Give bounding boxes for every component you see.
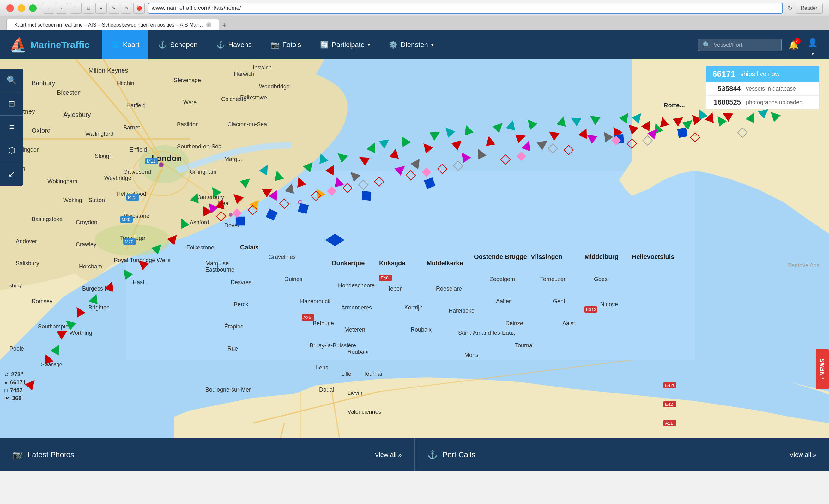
search-input[interactable]: [714, 42, 777, 48]
port-calls-label: ⚓ Port Calls: [427, 450, 475, 460]
svg-text:Ieper: Ieper: [389, 285, 402, 292]
svg-text:Hast...: Hast...: [133, 279, 149, 285]
svg-text:Vlissingen: Vlissingen: [531, 253, 562, 260]
logo-text: MarineTraffic: [31, 39, 90, 50]
forward-button[interactable]: ›: [56, 3, 67, 13]
svg-text:Terneuzen: Terneuzen: [540, 276, 567, 282]
maximize-button[interactable]: [29, 4, 37, 12]
expand-tool-button[interactable]: ⤢: [0, 162, 23, 186]
title-bar: ‹ › ↑ □ ✦ ✎ ↺ 🔴 ↻ Reader: [0, 0, 829, 16]
svg-text:Brighton: Brighton: [88, 304, 110, 311]
svg-text:Koksijde: Koksijde: [379, 260, 405, 267]
nav-participate[interactable]: 🔄 Participate ▾: [311, 30, 379, 60]
bottom-bar: 📷 Latest Photos View all » ⚓ Port Calls …: [0, 438, 829, 471]
latest-photos-text: Latest Photos: [28, 450, 74, 459]
vessels-label: vessels in database: [746, 86, 796, 92]
svg-text:Gillingham: Gillingham: [189, 169, 216, 175]
tab-close-button[interactable]: ×: [206, 23, 211, 28]
stats-live-row: 66171 ships live now: [706, 66, 819, 82]
nav-schepen-label: Schepen: [170, 41, 197, 49]
anchor-icon: ⚓: [216, 41, 225, 49]
user-icon: 👤: [807, 38, 818, 47]
search-box[interactable]: 🔍: [698, 39, 782, 51]
page-refresh-button[interactable]: ↻: [785, 3, 795, 13]
svg-text:Roeselare: Roeselare: [436, 285, 462, 292]
notification-button[interactable]: 🔔 4: [787, 38, 800, 52]
svg-text:Banbury: Banbury: [32, 80, 55, 86]
latest-photos-section: 📷 Latest Photos View all »: [0, 438, 415, 471]
anchor-bottom-icon: ⚓: [427, 450, 438, 460]
svg-text:E42: E42: [665, 402, 673, 407]
map-container[interactable]: London Banbury Milton Keynes Witney Oxfo…: [0, 60, 829, 471]
star-icon[interactable]: ✦: [96, 3, 107, 13]
nav-right: 🔍 🔔 4 👤 ▾: [698, 38, 820, 52]
count2-value: 7452: [10, 387, 23, 394]
svg-text:Crawley: Crawley: [76, 241, 96, 247]
bookmark-icon[interactable]: □: [83, 3, 94, 13]
nav-diensten[interactable]: ⚙️ Diensten ▾: [380, 30, 442, 60]
nav-havens[interactable]: ⚓ Havens: [208, 30, 261, 60]
nav-items: 🌐 Kaart ⚓ Schepen ⚓ Havens 📷 Foto's 🔄 Pa…: [102, 30, 698, 60]
network-tool-button[interactable]: ⬡: [0, 139, 23, 162]
share-icon[interactable]: ↑: [70, 3, 81, 13]
main-navigation: ⛵ MarineTraffic 🌐 Kaart ⚓ Schepen ⚓ Have…: [0, 30, 829, 60]
svg-text:Andover: Andover: [16, 238, 37, 244]
bug-icon[interactable]: 🔴: [133, 3, 145, 13]
svg-text:Meteren: Meteren: [345, 326, 365, 333]
svg-text:Ipswich: Ipswich: [253, 65, 272, 71]
reload-icon[interactable]: ↺: [121, 3, 132, 13]
svg-text:Southend-on-Sea: Southend-on-Sea: [177, 143, 222, 150]
svg-text:Worthing: Worthing: [70, 330, 92, 336]
svg-text:Étaples: Étaples: [224, 323, 243, 330]
logo-icon: ⛵: [9, 37, 27, 53]
remove-ads-link[interactable]: Remove Ads: [787, 262, 820, 269]
svg-text:M26: M26: [122, 217, 130, 222]
close-button[interactable]: [6, 4, 14, 12]
eye-icon: 👁: [4, 396, 9, 401]
svg-text:Hazebrouck: Hazebrouck: [300, 298, 331, 304]
svg-text:Southampton: Southampton: [38, 323, 72, 330]
reader-button[interactable]: Reader: [795, 3, 823, 13]
camera-bottom-icon: 📷: [13, 450, 23, 460]
svg-text:Calais: Calais: [240, 244, 259, 251]
svg-text:Kortrijk: Kortrijk: [404, 304, 422, 311]
view-all-photos-button[interactable]: View all »: [375, 451, 402, 459]
svg-text:Bruay-la-Buissière: Bruay-la-Buissière: [310, 342, 356, 349]
ship-icon: ⚓: [158, 41, 167, 49]
svg-text:Wallingford: Wallingford: [85, 131, 113, 137]
svg-text:Béthune: Béthune: [313, 320, 334, 326]
nav-kaart[interactable]: 🌐 Kaart: [102, 30, 148, 60]
user-menu-button[interactable]: 👤 ▾: [806, 38, 820, 52]
svg-text:A21: A21: [665, 421, 673, 426]
svg-text:E40: E40: [381, 275, 389, 280]
svg-text:sbury: sbury: [9, 283, 22, 288]
svg-text:Aalter: Aalter: [496, 298, 511, 304]
svg-text:Hondeschoote: Hondeschoote: [338, 282, 375, 288]
ship-mini-icon: ●: [4, 380, 8, 386]
port-calls-section: ⚓ Port Calls View all »: [415, 438, 829, 471]
svg-text:Lens: Lens: [316, 364, 328, 371]
svg-text:Bicester: Bicester: [57, 89, 80, 96]
new-tab-button[interactable]: +: [219, 20, 229, 30]
nav-fotos[interactable]: 📷 Foto's: [262, 30, 310, 60]
svg-text:Douai: Douai: [319, 387, 334, 393]
news-badge[interactable]: › NEWS: [816, 349, 829, 389]
svg-text:E312: E312: [586, 307, 597, 312]
address-bar[interactable]: [148, 3, 783, 13]
filter-tool-button[interactable]: ⊟: [0, 92, 23, 116]
count2-icon: □: [4, 388, 8, 393]
search-tool-button[interactable]: 🔍: [0, 69, 23, 92]
svg-text:Zedelgem: Zedelgem: [490, 276, 515, 282]
nav-schepen[interactable]: ⚓ Schepen: [149, 30, 206, 60]
layers-tool-button[interactable]: ≡: [0, 116, 23, 139]
back-button[interactable]: ‹: [43, 3, 55, 13]
annotate-icon[interactable]: ✎: [108, 3, 119, 13]
svg-text:M25: M25: [128, 195, 137, 200]
svg-text:Ashford: Ashford: [189, 219, 209, 226]
svg-text:Marg...: Marg...: [224, 156, 242, 162]
minimize-button[interactable]: [18, 4, 25, 12]
svg-text:Wokingham: Wokingham: [47, 178, 77, 185]
svg-text:Hellevoetsluis: Hellevoetsluis: [632, 253, 675, 260]
view-all-ports-button[interactable]: View all »: [790, 451, 816, 459]
browser-tab[interactable]: Kaart met schepen in real time – AIS – S…: [6, 19, 219, 30]
